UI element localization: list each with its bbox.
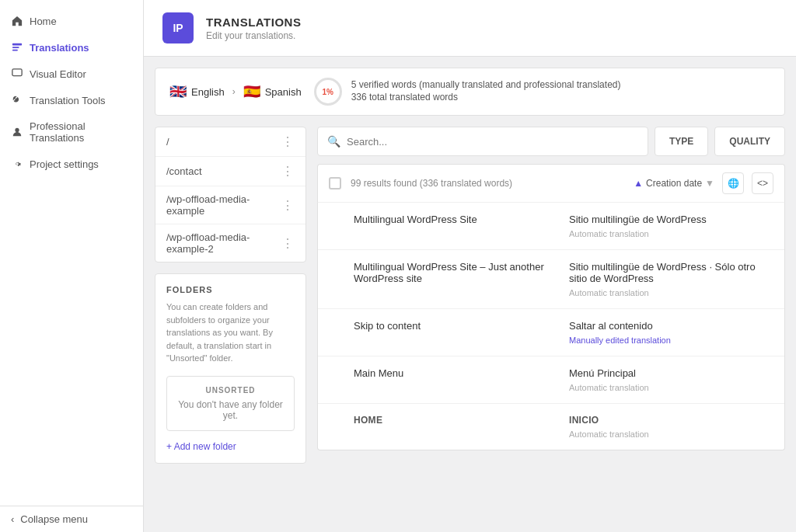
- source-flag: 🇬🇧: [169, 83, 187, 100]
- language-arrow: ›: [232, 86, 236, 97]
- folder-item-media[interactable]: /wp-offload-media-example ⋮: [155, 186, 305, 224]
- translation-meta-2: Manually edited translation: [569, 336, 773, 345]
- svg-rect-1: [12, 47, 19, 48]
- unsorted-box: UNSORTED You don't have any folder yet.: [166, 376, 295, 431]
- stat-text: 5 verified words (manually translated an…: [351, 79, 621, 104]
- header-text: TRANSLATIONS Edit your translations.: [206, 16, 301, 41]
- table-row[interactable]: Main Menu Menú Principal Automatic trans…: [318, 356, 784, 404]
- svg-rect-2: [12, 50, 18, 51]
- search-container: 🔍: [317, 127, 648, 156]
- folder-item-media2[interactable]: /wp-offload-media-example-2 ⋮: [155, 224, 305, 262]
- folder-path-contact: /contact: [166, 165, 202, 177]
- folder-menu-media2[interactable]: ⋮: [281, 236, 295, 251]
- target-text-4: INICIO: [569, 415, 773, 426]
- collapse-menu[interactable]: ‹ Collapse menu: [0, 506, 143, 532]
- language-bar: 🇬🇧 English › 🇪🇸 Spanish 1% 5 verified wo…: [155, 68, 785, 116]
- translation-meta-0: Automatic translation: [569, 229, 773, 238]
- right-panel: 🔍 TYPE QUALITY 99 results found (336 tra…: [317, 127, 785, 464]
- svg-point-4: [15, 128, 19, 132]
- chevron-left-icon: ‹: [11, 513, 14, 525]
- folder-path-root: /: [166, 136, 169, 148]
- search-input[interactable]: [347, 136, 638, 148]
- home-icon: [11, 15, 23, 27]
- results-header: 99 results found (336 translated words) …: [317, 164, 785, 203]
- unsorted-text: You don't have any folder yet.: [176, 399, 285, 421]
- settings-icon: [11, 158, 23, 170]
- sort-creation-date[interactable]: ▲ Creation date ▼: [634, 178, 714, 189]
- table-row[interactable]: Skip to content Saltar al contenido Manu…: [318, 309, 784, 356]
- folder-menu-root[interactable]: ⋮: [281, 134, 295, 149]
- unsorted-label: UNSORTED: [176, 386, 285, 395]
- target-text-2: Saltar al contenido: [569, 320, 773, 332]
- select-all-checkbox[interactable]: [329, 177, 341, 190]
- table-row[interactable]: Multilingual WordPress Site – Just anoth…: [318, 250, 784, 309]
- sort-arrow-down: ▼: [705, 178, 714, 189]
- sidebar: Home Translations Visual Editor Translat…: [0, 0, 144, 532]
- folders-section: FOLDERS You can create folders and subfo…: [155, 273, 306, 464]
- sidebar-label-translation-tools: Translation Tools: [30, 95, 106, 106]
- sidebar-label-professional: Professional Translations: [30, 120, 132, 144]
- panels: / ⋮ /contact ⋮ /wp-offload-media-example…: [144, 116, 796, 475]
- type-button[interactable]: TYPE: [655, 127, 708, 156]
- code-icon-btn[interactable]: <>: [752, 172, 773, 194]
- sidebar-item-translations[interactable]: Translations: [0, 34, 143, 61]
- sort-arrow-up: ▲: [634, 178, 643, 189]
- folders-desc: You can create folders and subfolders to…: [166, 301, 295, 365]
- visual-editor-icon: [11, 68, 23, 80]
- page-header: IP TRANSLATIONS Edit your translations.: [144, 0, 796, 57]
- source-text-0: Multilingual WordPress Site: [354, 214, 558, 225]
- sidebar-label-home: Home: [30, 16, 57, 27]
- folder-path-media: /wp-offload-media-example: [166, 193, 281, 217]
- add-folder-link[interactable]: + Add new folder: [166, 441, 236, 452]
- sort-label-text: Creation date: [646, 178, 702, 189]
- source-language: English: [191, 86, 225, 98]
- sidebar-item-home[interactable]: Home: [0, 8, 143, 34]
- source-text-2: Skip to content: [354, 320, 558, 332]
- folders-title: FOLDERS: [166, 285, 295, 294]
- sidebar-item-project-settings[interactable]: Project settings: [0, 151, 143, 177]
- sidebar-item-professional-translations[interactable]: Professional Translations: [0, 113, 143, 151]
- stat-line1: 5 verified words (manually translated an…: [351, 79, 621, 90]
- target-text-0: Sitio multilingüe de WordPress: [569, 214, 773, 225]
- translation-meta-3: Automatic translation: [569, 383, 773, 392]
- source-text-4: HOME: [354, 415, 558, 426]
- folder-path-media2: /wp-offload-media-example-2: [166, 231, 281, 255]
- folder-item-contact[interactable]: /contact ⋮: [155, 157, 305, 186]
- page-subtitle: Edit your translations.: [206, 30, 301, 41]
- folder-menu-contact[interactable]: ⋮: [281, 164, 295, 179]
- left-panel: / ⋮ /contact ⋮ /wp-offload-media-example…: [155, 127, 306, 464]
- results-count: 99 results found (336 translated words): [351, 178, 626, 189]
- sidebar-item-translation-tools[interactable]: Translation Tools: [0, 87, 143, 113]
- folder-list: / ⋮ /contact ⋮ /wp-offload-media-example…: [155, 127, 306, 263]
- sidebar-label-translations: Translations: [30, 42, 89, 54]
- quality-button[interactable]: QUALITY: [714, 127, 785, 156]
- translations-table: Multilingual WordPress Site Sitio multil…: [317, 203, 785, 450]
- svg-rect-0: [12, 43, 22, 46]
- emoji-icon-btn[interactable]: 🌐: [722, 172, 744, 194]
- checkbox-cell: [329, 177, 343, 190]
- search-icon: 🔍: [327, 135, 340, 148]
- main-content: IP TRANSLATIONS Edit your translations. …: [144, 0, 796, 532]
- sidebar-item-visual-editor[interactable]: Visual Editor: [0, 61, 143, 87]
- translations-icon: [11, 41, 23, 54]
- source-text-3: Main Menu: [354, 367, 558, 379]
- translation-stats: 1% 5 verified words (manually translated…: [314, 78, 621, 106]
- stat-line2: 336 total translated words: [351, 92, 621, 103]
- collapse-menu-label: Collapse menu: [20, 513, 88, 525]
- percent-badge: 1%: [314, 78, 342, 106]
- source-text-1: Multilingual WordPress Site – Just anoth…: [354, 261, 558, 284]
- page-title: TRANSLATIONS: [206, 16, 301, 29]
- target-flag: 🇪🇸: [243, 83, 260, 100]
- folder-item-root[interactable]: / ⋮: [155, 127, 305, 157]
- table-row[interactable]: HOME INICIO Automatic translation: [318, 404, 784, 450]
- controls-row: 🔍 TYPE QUALITY: [317, 127, 785, 156]
- table-row[interactable]: Multilingual WordPress Site Sitio multil…: [318, 203, 784, 250]
- svg-rect-3: [12, 69, 22, 76]
- folder-menu-media[interactable]: ⋮: [281, 198, 295, 213]
- tools-icon: [11, 94, 23, 106]
- translation-meta-4: Automatic translation: [569, 429, 773, 439]
- header-icon: IP: [162, 12, 194, 43]
- target-language: Spanish: [265, 86, 302, 98]
- language-selector[interactable]: 🇬🇧 English › 🇪🇸 Spanish: [169, 83, 302, 100]
- target-text-1: Sitio multilingüe de WordPress · Sólo ot…: [569, 261, 773, 284]
